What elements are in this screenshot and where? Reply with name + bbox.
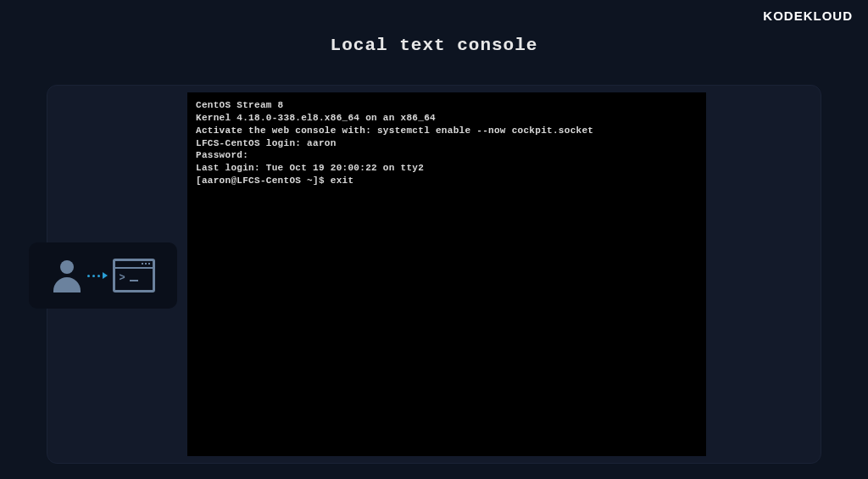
local-console-illustration: > bbox=[29, 242, 177, 309]
terminal-line: LFCS-CentOS login: aaron bbox=[196, 137, 698, 150]
terminal-line: [aaron@LFCS-CentOS ~]$ exit bbox=[196, 175, 698, 187]
console-icon: > bbox=[113, 259, 155, 292]
main-panel: CentOS Stream 8 Kernel 4.18.0-338.el8.x8… bbox=[47, 85, 821, 464]
terminal-console[interactable]: CentOS Stream 8 Kernel 4.18.0-338.el8.x8… bbox=[187, 92, 706, 456]
terminal-line: CentOS Stream 8 bbox=[196, 99, 698, 112]
terminal-line: Kernel 4.18.0-338.el8.x86_64 on an x86_6… bbox=[196, 112, 698, 125]
terminal-line: Activate the web console with: systemctl… bbox=[196, 125, 698, 137]
arrow-icon bbox=[87, 272, 108, 279]
page-title: Local text console bbox=[0, 36, 868, 55]
user-icon bbox=[52, 259, 82, 292]
terminal-line: Last login: Tue Oct 19 20:00:22 on tty2 bbox=[196, 162, 698, 175]
terminal-line: Password: bbox=[196, 149, 698, 162]
brand-logo: KODEKLOUD bbox=[763, 8, 853, 23]
